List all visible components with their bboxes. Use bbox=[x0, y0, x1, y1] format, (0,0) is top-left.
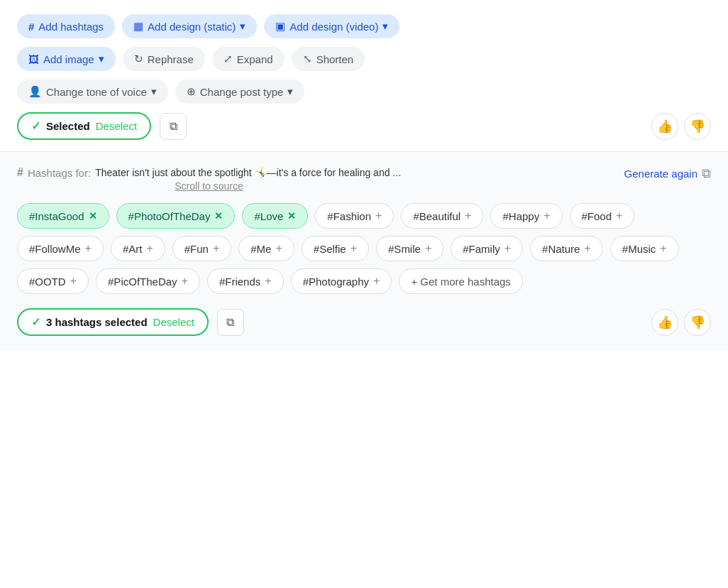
tag-followme[interactable]: #FollowMe + bbox=[17, 236, 104, 261]
copy-icon: ⧉ bbox=[170, 120, 177, 133]
chevron-down-icon: ▾ bbox=[382, 20, 388, 33]
tag-smile[interactable]: #Smile + bbox=[376, 236, 443, 261]
tag-label: #Family bbox=[463, 243, 500, 255]
tag-add-icon[interactable]: + bbox=[375, 209, 382, 222]
add-image-button[interactable]: 🖼 Add image ▾ bbox=[17, 47, 116, 71]
tag-label: #Smile bbox=[388, 243, 421, 255]
rephrase-icon: ↻ bbox=[134, 53, 143, 65]
bottom-copy-button[interactable]: ⧉ bbox=[217, 309, 244, 336]
tag-ootd[interactable]: #OOTD + bbox=[17, 268, 89, 294]
tag-music[interactable]: #Music + bbox=[610, 236, 679, 261]
get-more-label: + Get more hashtags bbox=[411, 276, 511, 288]
feedback-buttons: 👍 👎 bbox=[651, 113, 711, 140]
tag-photooftheday[interactable]: #PhotoOfTheDay ✕ bbox=[116, 203, 236, 229]
selected-button[interactable]: ✓ Selected Deselect bbox=[17, 112, 151, 140]
tag-nature[interactable]: #Nature + bbox=[530, 236, 603, 261]
tag-add-icon[interactable]: + bbox=[275, 242, 282, 255]
tag-add-icon[interactable]: + bbox=[584, 242, 590, 255]
tag-fun[interactable]: #Fun + bbox=[172, 236, 232, 261]
bottom-action-row: ✓ 3 hashtags selected Deselect ⧉ 👍 👎 bbox=[17, 308, 711, 336]
generate-again-button[interactable]: Generate again ⧉ bbox=[624, 166, 711, 181]
tag-picoftheday[interactable]: #PicOfTheDay + bbox=[96, 268, 200, 294]
tag-art[interactable]: #Art + bbox=[111, 236, 165, 261]
tag-remove-icon[interactable]: ✕ bbox=[89, 210, 97, 222]
hashtags-section: # Hashtags for: Theater isn't just about… bbox=[0, 152, 728, 350]
tags-container: #InstaGood ✕ #PhotoOfTheDay ✕ #Love ✕ #F… bbox=[17, 203, 711, 294]
tag-add-icon[interactable]: + bbox=[616, 209, 622, 222]
tag-add-icon[interactable]: + bbox=[465, 209, 471, 222]
bottom-check-icon: ✓ bbox=[31, 315, 40, 329]
add-hashtags-button[interactable]: # Add hashtags bbox=[17, 14, 115, 38]
tag-add-icon[interactable]: + bbox=[660, 242, 666, 255]
bottom-selected-button[interactable]: ✓ 3 hashtags selected Deselect bbox=[17, 308, 209, 336]
tag-add-icon[interactable]: + bbox=[373, 275, 380, 288]
tag-instagood[interactable]: #InstaGood ✕ bbox=[17, 203, 109, 229]
bottom-thumbup-icon: 👍 bbox=[657, 315, 673, 330]
tag-label: #Love bbox=[254, 210, 283, 222]
generate-again-label: Generate again bbox=[624, 168, 697, 180]
add-design-static-button[interactable]: ▦ Add design (static) ▾ bbox=[122, 14, 257, 38]
tag-add-icon[interactable]: + bbox=[146, 242, 153, 255]
tag-happy[interactable]: #Happy + bbox=[490, 203, 562, 229]
tag-label: #Selfie bbox=[314, 243, 346, 255]
selected-label: Selected bbox=[46, 120, 90, 132]
tag-food[interactable]: #Food + bbox=[570, 203, 635, 229]
thumbdown-icon: 👎 bbox=[690, 119, 705, 134]
scroll-to-source-button[interactable]: Scroll to source bbox=[17, 180, 401, 192]
tag-add-icon[interactable]: + bbox=[182, 275, 188, 288]
tag-label: #FollowMe bbox=[29, 243, 81, 255]
tag-add-icon[interactable]: + bbox=[70, 275, 77, 288]
add-design-video-button[interactable]: ▣ Add design (video) ▾ bbox=[264, 14, 399, 38]
hashtags-meta: # Hashtags for: Theater isn't just about… bbox=[17, 166, 401, 192]
tag-label: #Food bbox=[582, 210, 612, 222]
hash-symbol: # bbox=[17, 166, 23, 179]
post-type-icon: ⊕ bbox=[187, 85, 196, 98]
tag-label: #PhotoOfTheDay bbox=[128, 210, 211, 222]
hashtags-for: # Hashtags for: Theater isn't just about… bbox=[17, 166, 401, 179]
bottom-thumbup-button[interactable]: 👍 bbox=[651, 309, 678, 336]
generate-again-icon: ⧉ bbox=[702, 166, 711, 181]
tag-add-icon[interactable]: + bbox=[265, 275, 271, 288]
tag-add-icon[interactable]: + bbox=[85, 242, 92, 255]
thumbup-icon: 👍 bbox=[657, 119, 673, 134]
tag-add-icon[interactable]: + bbox=[425, 242, 431, 255]
source-text: Theater isn't just about the spotlight 🤸… bbox=[95, 167, 401, 178]
chevron-down-icon: ▾ bbox=[240, 20, 246, 33]
tag-photography[interactable]: #Photography + bbox=[291, 268, 392, 294]
for-label: Hashtags for: bbox=[28, 167, 91, 179]
tone-icon: 👤 bbox=[28, 85, 42, 98]
tag-remove-icon[interactable]: ✕ bbox=[214, 210, 223, 222]
thumbdown-button[interactable]: 👎 bbox=[684, 113, 711, 140]
tag-beautiful[interactable]: #Beautiful + bbox=[401, 203, 483, 229]
chevron-down-icon: ▾ bbox=[287, 85, 293, 98]
tag-me[interactable]: #Me + bbox=[238, 236, 294, 261]
tag-friends[interactable]: #Friends + bbox=[207, 268, 284, 294]
change-tone-button[interactable]: 👤 Change tone of voice ▾ bbox=[17, 80, 168, 104]
tag-selfie[interactable]: #Selfie + bbox=[302, 236, 369, 261]
tag-add-icon[interactable]: + bbox=[544, 209, 550, 222]
tag-fashion[interactable]: #Fashion + bbox=[315, 203, 394, 229]
image-icon: 🖼 bbox=[28, 53, 39, 65]
tag-add-icon[interactable]: + bbox=[504, 242, 511, 255]
shorten-button[interactable]: ⤡ Shorten bbox=[292, 47, 365, 71]
thumbup-button[interactable]: 👍 bbox=[651, 113, 678, 140]
design-video-icon: ▣ bbox=[275, 20, 285, 33]
tag-add-icon[interactable]: + bbox=[213, 242, 219, 255]
tag-label: #Friends bbox=[219, 276, 260, 288]
bottom-thumbdown-button[interactable]: 👎 bbox=[684, 309, 711, 336]
get-more-hashtags-button[interactable]: + Get more hashtags bbox=[399, 268, 523, 294]
deselect-label[interactable]: Deselect bbox=[96, 120, 137, 132]
bottom-feedback-buttons: 👍 👎 bbox=[651, 309, 711, 336]
tag-remove-icon[interactable]: ✕ bbox=[287, 210, 296, 222]
tag-label: #Me bbox=[250, 243, 271, 255]
bottom-deselect-label[interactable]: Deselect bbox=[153, 316, 194, 328]
tag-love[interactable]: #Love ✕ bbox=[242, 203, 308, 229]
tag-add-icon[interactable]: + bbox=[351, 242, 357, 255]
expand-button[interactable]: ⤢ Expand bbox=[212, 47, 285, 71]
top-section: # Add hashtags ▦ Add design (static) ▾ ▣… bbox=[0, 0, 728, 151]
tag-family[interactable]: #Family + bbox=[451, 236, 523, 261]
copy-button[interactable]: ⧉ bbox=[160, 113, 187, 140]
check-icon: ✓ bbox=[31, 119, 40, 133]
rephrase-button[interactable]: ↻ Rephrase bbox=[123, 47, 205, 71]
change-post-type-button[interactable]: ⊕ Change post type ▾ bbox=[175, 80, 305, 104]
